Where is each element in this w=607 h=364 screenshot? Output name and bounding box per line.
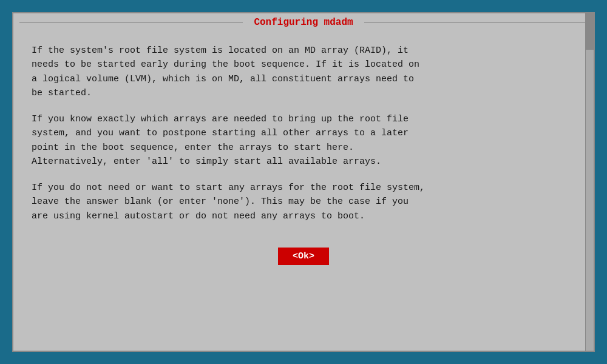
title-bar: Configuring mdadm xyxy=(13,13,594,32)
paragraph-1: If the system's root file system is loca… xyxy=(32,44,575,100)
button-area: <Ok> xyxy=(32,235,575,283)
ok-button[interactable]: <Ok> xyxy=(278,248,329,265)
dialog-title: Configuring mdadm xyxy=(249,17,358,28)
paragraph-3: If you do not need or want to start any … xyxy=(32,181,575,223)
title-bar-line-right xyxy=(364,22,588,23)
scrollbar[interactable] xyxy=(585,13,594,351)
dialog-content: If the system's root file system is loca… xyxy=(13,32,594,351)
title-bar-line-left xyxy=(19,22,243,23)
scrollbar-thumb[interactable] xyxy=(586,13,594,50)
dialog-window: Configuring mdadm If the system's root f… xyxy=(12,12,595,352)
paragraph-2: If you know exactly which arrays are nee… xyxy=(32,112,575,169)
